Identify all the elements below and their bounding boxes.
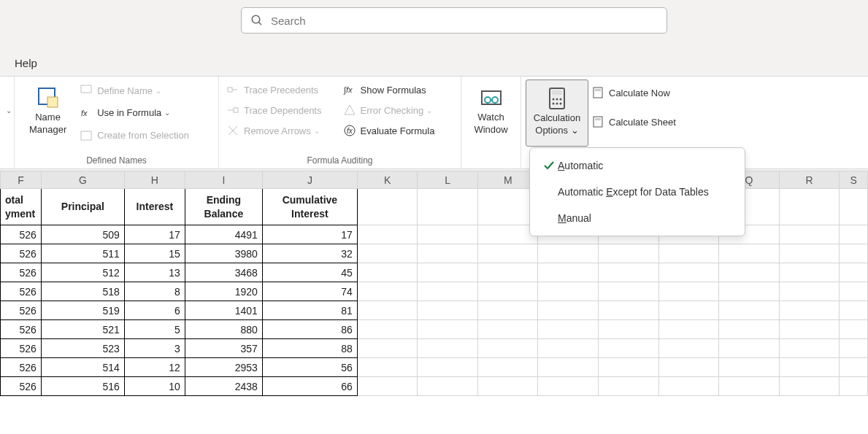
cell[interactable] — [719, 339, 780, 358]
cell[interactable] — [599, 339, 659, 358]
field-header[interactable]: Principal — [41, 189, 124, 225]
cell[interactable] — [840, 244, 868, 263]
field-header[interactable]: otalyment — [1, 189, 42, 225]
cell[interactable] — [477, 282, 538, 301]
cell[interactable]: 45 — [262, 263, 357, 282]
cell[interactable] — [599, 377, 659, 396]
search-box[interactable] — [241, 7, 667, 34]
cell[interactable]: 3468 — [185, 263, 262, 282]
column-header-H[interactable]: H — [124, 171, 185, 189]
cell[interactable] — [538, 358, 599, 377]
cell[interactable]: 526 — [1, 225, 42, 244]
cell[interactable] — [658, 244, 719, 263]
cell[interactable]: 518 — [41, 282, 124, 301]
cell[interactable] — [719, 358, 780, 377]
cell[interactable] — [418, 244, 478, 263]
cell[interactable] — [840, 320, 868, 339]
cell[interactable]: 3980 — [185, 244, 262, 263]
chevron-down-icon[interactable]: ⌄ — [6, 106, 12, 115]
cell[interactable] — [538, 377, 599, 396]
cell[interactable] — [779, 339, 840, 358]
cell[interactable] — [599, 301, 659, 320]
cell[interactable] — [779, 320, 840, 339]
cell[interactable] — [599, 282, 659, 301]
cell[interactable] — [779, 189, 840, 225]
cell[interactable] — [840, 225, 868, 244]
dropdown-item-manual[interactable]: Manual — [530, 205, 745, 231]
show-formulas-button[interactable]: ∫fx Show Formulas — [343, 80, 454, 100]
cell[interactable] — [418, 189, 478, 225]
cell[interactable] — [477, 244, 538, 263]
column-header-S[interactable]: S — [840, 171, 868, 189]
cell[interactable] — [779, 225, 840, 244]
calculate-sheet-button[interactable]: Calculate Sheet — [591, 112, 695, 132]
cell[interactable]: 17 — [124, 225, 185, 244]
cell[interactable]: 13 — [124, 263, 185, 282]
cell[interactable]: 4491 — [185, 225, 262, 244]
cell[interactable]: 514 — [41, 358, 124, 377]
cell[interactable]: 519 — [41, 301, 124, 320]
cell[interactable]: 56 — [262, 358, 357, 377]
column-header-I[interactable]: I — [185, 171, 262, 189]
watch-window-button[interactable]: WatchWindow — [466, 80, 516, 147]
cell[interactable]: 2438 — [185, 377, 262, 396]
cell[interactable] — [538, 320, 599, 339]
cell[interactable]: 526 — [1, 339, 42, 358]
cell[interactable] — [599, 263, 659, 282]
cell[interactable] — [599, 358, 659, 377]
cell[interactable] — [418, 301, 478, 320]
cell[interactable] — [538, 263, 599, 282]
cell[interactable] — [840, 263, 868, 282]
cell[interactable] — [418, 358, 478, 377]
cell[interactable]: 521 — [41, 320, 124, 339]
cell[interactable] — [840, 282, 868, 301]
cell[interactable] — [538, 339, 599, 358]
cell[interactable] — [418, 320, 478, 339]
cell[interactable] — [357, 320, 418, 339]
cell[interactable] — [357, 282, 418, 301]
cell[interactable] — [779, 282, 840, 301]
cell[interactable]: 526 — [1, 320, 42, 339]
cell[interactable] — [538, 301, 599, 320]
cell[interactable]: 86 — [262, 320, 357, 339]
cell[interactable] — [658, 358, 719, 377]
cell[interactable] — [357, 244, 418, 263]
cell[interactable]: 66 — [262, 377, 357, 396]
cell[interactable] — [840, 339, 868, 358]
cell[interactable] — [357, 263, 418, 282]
cell[interactable]: 2953 — [185, 358, 262, 377]
column-header-L[interactable]: L — [418, 171, 478, 189]
cell[interactable] — [658, 263, 719, 282]
cell[interactable] — [779, 377, 840, 396]
cell[interactable] — [418, 225, 478, 244]
cell[interactable] — [719, 263, 780, 282]
cell[interactable] — [779, 263, 840, 282]
cell[interactable] — [658, 301, 719, 320]
search-input[interactable] — [271, 15, 636, 27]
cell[interactable]: 17 — [262, 225, 357, 244]
cell[interactable]: 15 — [124, 244, 185, 263]
cell[interactable] — [477, 301, 538, 320]
cell[interactable]: 512 — [41, 263, 124, 282]
cell[interactable] — [719, 244, 780, 263]
cell[interactable] — [477, 377, 538, 396]
cell[interactable] — [840, 301, 868, 320]
cell[interactable] — [477, 263, 538, 282]
cell[interactable]: 32 — [262, 244, 357, 263]
cell[interactable] — [357, 377, 418, 396]
cell[interactable]: 526 — [1, 377, 42, 396]
cell[interactable]: 10 — [124, 377, 185, 396]
cell[interactable]: 8 — [124, 282, 185, 301]
column-header-J[interactable]: J — [262, 171, 357, 189]
cell[interactable]: 526 — [1, 358, 42, 377]
cell[interactable] — [418, 282, 478, 301]
column-header-G[interactable]: G — [41, 171, 124, 189]
cell[interactable]: 526 — [1, 301, 42, 320]
cell[interactable] — [477, 358, 538, 377]
cell[interactable]: 81 — [262, 301, 357, 320]
cell[interactable] — [779, 301, 840, 320]
cell[interactable]: 5 — [124, 320, 185, 339]
name-manager-button[interactable]: NameManager — [19, 80, 77, 147]
dropdown-item-auto-except[interactable]: Automatic Except for Data Tables — [530, 179, 745, 205]
column-header-K[interactable]: K — [357, 171, 418, 189]
